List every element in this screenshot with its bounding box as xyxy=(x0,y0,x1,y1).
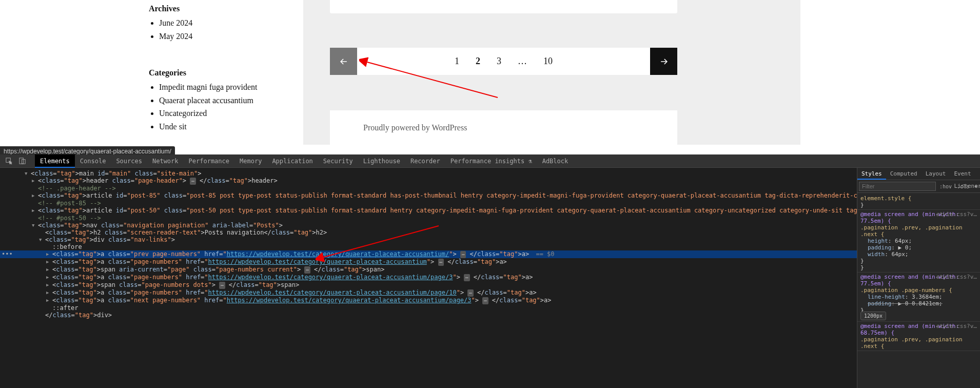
add-rule-button[interactable]: + xyxy=(973,184,979,189)
dom-node[interactable]: ▶<class="tag">a class="next page-numbers… xyxy=(0,297,857,304)
list-item[interactable]: Uncategorized xyxy=(159,107,303,120)
tab-network[interactable]: Network xyxy=(147,154,184,168)
pagination-next[interactable] xyxy=(650,48,677,75)
categories-heading: Categories xyxy=(149,68,303,77)
device-icon xyxy=(18,157,26,165)
tab-performance[interactable]: Performance xyxy=(184,154,234,168)
dom-node[interactable]: ▼<class="tag">div class="nav-links"> xyxy=(0,236,857,243)
side-tab-styles[interactable]: Styles xyxy=(857,168,886,180)
dom-node[interactable]: ▶<class="tag">article id="post-50" class… xyxy=(0,207,857,215)
tab-security[interactable]: Security xyxy=(318,154,358,168)
styles-panel: Styles Computed Layout Event Listeners :… xyxy=(857,168,980,388)
list-item[interactable]: Unde sit xyxy=(159,120,303,133)
dom-node[interactable]: <!-- .page-header --> xyxy=(0,185,857,192)
dom-node[interactable]: ▼<class="tag">nav class="navigation pagi… xyxy=(0,222,857,229)
list-item[interactable]: Quaerat placeat accusantium xyxy=(159,94,303,107)
dom-node[interactable]: <class="tag">h2 class="screen-reader-tex… xyxy=(0,229,857,236)
css-rule[interactable]: style.css?v…@media screen and (min-width… xyxy=(857,273,980,322)
tab-lighthouse[interactable]: Lighthouse xyxy=(358,154,405,168)
side-tab-computed[interactable]: Computed xyxy=(886,168,922,180)
pagination-prev[interactable] xyxy=(330,48,357,75)
css-rule[interactable]: element.style {} xyxy=(857,194,980,210)
dom-node[interactable]: </class="tag">div> xyxy=(0,312,857,319)
tab-perf-insights[interactable]: Performance insights ⚗ xyxy=(445,154,537,168)
dom-node[interactable]: ▶<class="tag">header class="page-header"… xyxy=(0,177,857,185)
hov-button[interactable]: :hov xyxy=(938,184,953,189)
page-dots: … xyxy=(518,56,527,67)
side-tab-layout[interactable]: Layout xyxy=(922,168,950,180)
dom-node[interactable]: ::before xyxy=(0,243,857,250)
filter-input[interactable] xyxy=(859,182,936,191)
css-rule[interactable]: style.css?v…@media screen and (min-width… xyxy=(857,322,980,351)
dom-node[interactable]: ▶<class="tag">span aria-current="page" c… xyxy=(0,266,857,274)
categories-list: Impedit magni fuga provident Quaerat pla… xyxy=(159,81,303,133)
css-rule[interactable]: style.css?v…@media screen and (min-width… xyxy=(857,210,980,273)
dom-node[interactable]: ::after xyxy=(0,304,857,312)
side-tabs: Styles Computed Layout Event Listeners xyxy=(857,168,980,180)
devtools-body: ▼<class="tag">main id="main" class="site… xyxy=(0,168,980,388)
post-card-bottom xyxy=(330,0,677,13)
site-viewport: Archives June 2024 May 2024 Categories I… xyxy=(0,0,980,154)
svg-rect-2 xyxy=(19,158,23,164)
sidebar: Archives June 2024 May 2024 Categories I… xyxy=(149,0,303,149)
pagination: 1 2 3 … 10 xyxy=(330,48,677,75)
dom-node[interactable]: ▼<class="tag">main id="main" class="site… xyxy=(0,170,857,177)
tab-recorder[interactable]: Recorder xyxy=(405,154,445,168)
tab-adblock[interactable]: AdBlock xyxy=(537,154,574,168)
tab-application[interactable]: Application xyxy=(267,154,318,168)
side-tab-events[interactable]: Event Listeners xyxy=(950,168,980,180)
dom-node[interactable]: ▶<class="tag">a class="page-numbers" hre… xyxy=(0,289,857,297)
beaker-icon: ⚗ xyxy=(528,158,532,165)
tab-elements[interactable]: Elements xyxy=(35,154,75,168)
page-link[interactable]: 1 xyxy=(455,56,459,67)
archives-list: June 2024 May 2024 xyxy=(159,16,303,43)
pagination-numbers: 1 2 3 … 10 xyxy=(357,56,650,67)
list-item[interactable]: May 2024 xyxy=(159,30,303,43)
devtools-tabs: Elements Console Sources Network Perform… xyxy=(35,154,573,168)
arrow-right-icon xyxy=(659,56,669,67)
tab-console[interactable]: Console xyxy=(75,154,111,168)
filter-row: :hov .cls + xyxy=(857,180,980,193)
dom-node[interactable]: •••▶<class="tag">a class="prev page-numb… xyxy=(0,250,857,258)
page-link[interactable]: 10 xyxy=(543,56,553,67)
dom-node[interactable]: ▶<class="tag">article id="post-85" class… xyxy=(0,192,857,200)
site-footer: Proudly powered by WordPress xyxy=(330,110,677,145)
inspect-icon xyxy=(5,157,13,165)
arrow-left-icon xyxy=(339,56,349,67)
dom-node[interactable]: ▶<class="tag">a class="page-numbers" hre… xyxy=(0,274,857,281)
dom-node[interactable]: <!-- #post-85 --> xyxy=(0,200,857,207)
css-rules[interactable]: element.style {}style.css?v…@media scree… xyxy=(857,193,980,352)
dom-node[interactable]: ▶<class="tag">a class="page-numbers" hre… xyxy=(0,258,857,266)
tab-sources[interactable]: Sources xyxy=(111,154,147,168)
footer-text: Proudly powered by WordPress xyxy=(363,123,467,132)
tab-memory[interactable]: Memory xyxy=(234,154,267,168)
inspect-button[interactable] xyxy=(3,156,14,167)
list-item[interactable]: Impedit magni fuga provident xyxy=(159,81,303,94)
dom-tree[interactable]: ▼<class="tag">main id="main" class="site… xyxy=(0,168,857,388)
list-item[interactable]: June 2024 xyxy=(159,16,303,30)
dom-node[interactable]: ▶<class="tag">span class="page-numbers d… xyxy=(0,281,857,289)
archives-heading: Archives xyxy=(149,4,303,13)
devtools-toolbar: Elements Console Sources Network Perform… xyxy=(0,154,980,168)
device-toggle-button[interactable] xyxy=(16,156,28,167)
cls-button[interactable]: .cls xyxy=(955,184,971,189)
dom-node[interactable]: <!-- #post-50 --> xyxy=(0,215,857,222)
page-link[interactable]: 3 xyxy=(497,56,501,67)
page-current: 2 xyxy=(476,56,480,67)
devtools-panel: Elements Console Sources Network Perform… xyxy=(0,154,980,388)
